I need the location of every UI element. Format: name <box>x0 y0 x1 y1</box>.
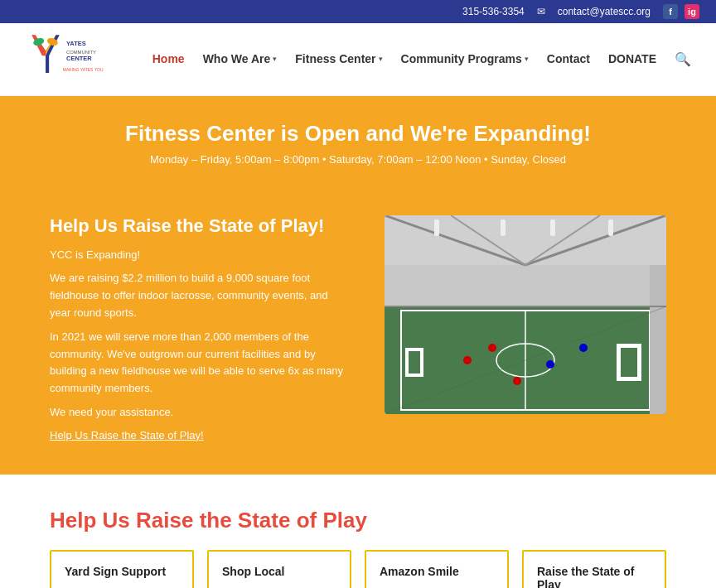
svg-text:CENTER: CENTER <box>66 55 92 62</box>
nav-fitness-center[interactable]: Fitness Center ▾ <box>295 52 382 65</box>
logo-svg: YATES COMMUNITY CENTER MAKING YATES YOU <box>25 31 108 87</box>
svg-point-34 <box>546 360 554 369</box>
svg-rect-29 <box>420 348 423 377</box>
email-link[interactable]: contact@yatescc.org <box>558 6 651 17</box>
card-title-3: Raise the State of Play <box>537 565 651 588</box>
email-icon: ✉ <box>537 6 545 17</box>
expanding-p3: In 2021 we will serve more than 2,000 me… <box>50 329 351 398</box>
svg-rect-30 <box>405 374 423 377</box>
facebook-icon[interactable]: f <box>663 4 678 19</box>
svg-point-36 <box>579 344 588 352</box>
svg-rect-10 <box>385 215 666 265</box>
top-bar: 315-536-3354 ✉ contact@yatescc.org f ig <box>0 0 716 23</box>
nav-home[interactable]: Home <box>152 52 185 65</box>
svg-rect-17 <box>550 219 555 236</box>
card-amazon-smile: Amazon Smile Sign up for Amazon Smile an… <box>365 550 509 588</box>
expanding-link[interactable]: Help Us Raise the State of Play! <box>50 429 204 441</box>
search-button[interactable]: 🔍 <box>675 51 691 67</box>
expanding-section: Help Us Raise the State of Play! YCC is … <box>0 190 716 475</box>
svg-text:COMMUNITY: COMMUNITY <box>66 50 96 55</box>
card-yard-sign: Yard Sign Support Make a donation & disp… <box>50 550 194 588</box>
hero-hours: Monday – Friday, 5:00am – 8:00pm • Satur… <box>17 153 699 166</box>
svg-rect-27 <box>405 348 409 377</box>
raise-heading: Help Us Raise the State of Play <box>50 508 666 533</box>
svg-rect-18 <box>608 219 613 236</box>
card-title-0: Yard Sign Support <box>65 565 179 578</box>
card-title-1: Shop Local <box>222 565 336 578</box>
card-title-2: Amazon Smile <box>380 565 494 578</box>
nav-contact[interactable]: Contact <box>547 52 590 65</box>
fieldhouse-image <box>385 215 666 414</box>
main-nav: Home Who We Are ▾ Fitness Center ▾ Commu… <box>152 51 691 67</box>
card-body-1: Support our local businesses and donate … <box>222 585 336 588</box>
phone-number: 315-536-3354 <box>462 6 525 17</box>
hero-banner: Fitness Center is Open and We're Expandi… <box>0 96 716 190</box>
raise-section: Help Us Raise the State of Play Yard Sig… <box>0 475 716 588</box>
expanding-p4: We need your assistance. <box>50 404 351 422</box>
svg-point-33 <box>488 344 496 352</box>
header: YATES COMMUNITY CENTER MAKING YATES YOU … <box>0 23 716 96</box>
chevron-down-icon: ▾ <box>273 55 277 63</box>
chevron-down-icon: ▾ <box>525 55 529 63</box>
svg-point-37 <box>463 356 472 364</box>
svg-rect-15 <box>434 219 439 236</box>
expanding-p1: YCC is Expanding! <box>50 247 351 264</box>
instagram-icon[interactable]: ig <box>685 4 699 19</box>
social-icons: f ig <box>663 4 699 19</box>
nav-who-we-are[interactable]: Who We Are ▾ <box>203 52 278 65</box>
svg-rect-26 <box>617 377 641 381</box>
expanding-p2: We are raising $2.2 million to build a 9… <box>50 270 351 321</box>
cards-row: Yard Sign Support Make a donation & disp… <box>50 550 666 588</box>
svg-text:YATES: YATES <box>66 40 86 47</box>
card-shop-local: Shop Local Support our local businesses … <box>207 550 351 588</box>
nav-donate[interactable]: DONATE <box>608 52 656 65</box>
svg-rect-31 <box>650 265 666 414</box>
svg-rect-16 <box>501 219 506 236</box>
fieldhouse-svg <box>385 215 666 414</box>
expanding-text: Help Us Raise the State of Play! YCC is … <box>50 215 351 441</box>
hero-title: Fitness Center is Open and We're Expandi… <box>17 121 699 147</box>
logo-area: YATES COMMUNITY CENTER MAKING YATES YOU <box>25 31 108 87</box>
card-raise-play: Raise the State of Play Communities bene… <box>522 550 666 588</box>
svg-rect-23 <box>617 344 621 377</box>
card-body-0: Make a donation & display the YCC Raise … <box>65 585 179 588</box>
nav-community-programs[interactable]: Community Programs ▾ <box>401 52 529 65</box>
expanding-heading: Help Us Raise the State of Play! <box>50 215 351 237</box>
chevron-down-icon: ▾ <box>379 55 383 63</box>
svg-point-35 <box>513 377 521 385</box>
svg-text:MAKING YATES YOU: MAKING YATES YOU <box>63 67 104 72</box>
card-body-2: Sign up for Amazon Smile and 5% of your … <box>380 585 494 588</box>
svg-rect-25 <box>637 344 641 377</box>
